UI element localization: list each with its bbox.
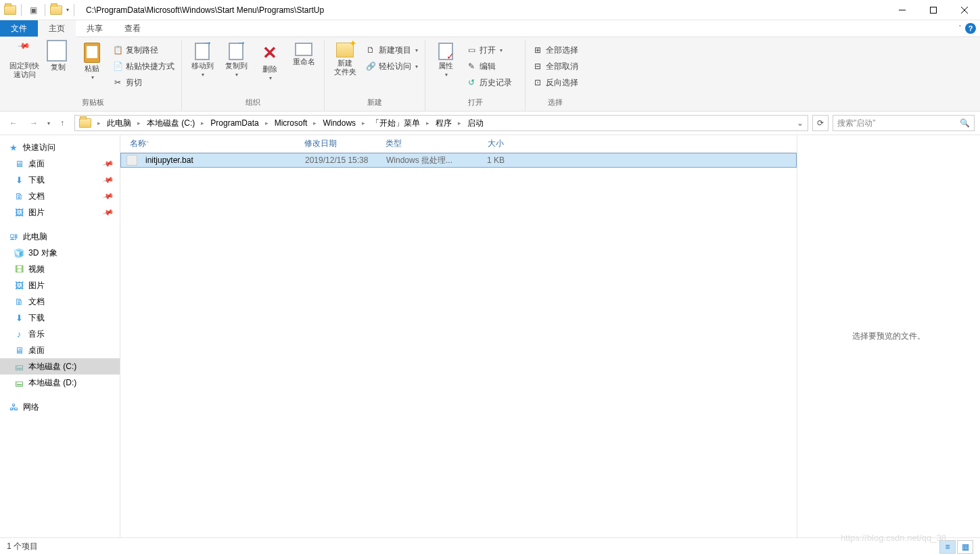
search-input[interactable]: 搜索"启动" 🔍 <box>833 115 975 131</box>
crumb-drive-c[interactable]: 本地磁盘 (C:) <box>144 116 197 130</box>
address-dropdown-icon[interactable]: ⌄ <box>797 118 803 128</box>
group-label-clipboard: 剪贴板 <box>82 95 104 111</box>
new-folder-icon <box>336 43 354 57</box>
help-icon[interactable]: ? <box>965 23 976 34</box>
tab-file[interactable]: 文件 <box>0 20 38 37</box>
sidebar-thispc[interactable]: 🖳此电脑 <box>0 228 120 245</box>
preview-text: 选择要预览的文件。 <box>852 331 925 342</box>
sidebar-downloads[interactable]: ⬇下载📌 <box>0 172 120 188</box>
nav-history-dropdown[interactable]: ▾ <box>47 120 50 126</box>
move-to-button[interactable]: 移动到▾ <box>186 40 218 78</box>
qat-open-folder-icon[interactable] <box>50 5 62 15</box>
sidebar-desktop[interactable]: 🖥桌面📌 <box>0 155 120 172</box>
nav-up-button[interactable]: ↑ <box>54 115 70 131</box>
status-text: 1 个项目 <box>7 541 38 552</box>
document-icon: 🗎 <box>14 191 24 201</box>
address-bar[interactable]: ▸ 此电脑▸ 本地磁盘 (C:)▸ ProgramData▸ Microsoft… <box>74 115 808 131</box>
bat-file-icon <box>126 155 137 166</box>
new-folder-button[interactable]: 新建 文件夹 <box>329 40 361 76</box>
properties-icon <box>438 43 453 60</box>
sidebar-downloads2[interactable]: ⬇下载 <box>0 310 120 326</box>
sidebar-3d[interactable]: 🧊3D 对象 <box>0 245 120 261</box>
icons-view-button[interactable]: ▦ <box>957 540 973 554</box>
nav-back-button[interactable]: ← <box>5 115 22 131</box>
desktop-icon: 🖥 <box>14 345 24 356</box>
chevron-right-icon[interactable]: ▸ <box>95 120 103 126</box>
music-icon: ♪ <box>14 329 24 339</box>
sidebar-network[interactable]: 🖧网络 <box>0 399 120 415</box>
download-icon: ⬇ <box>14 312 24 323</box>
preview-pane: 选择要预览的文件。 <box>797 135 980 537</box>
crumb-thispc[interactable]: 此电脑 <box>104 116 134 130</box>
sidebar-documents[interactable]: 🗎文档📌 <box>0 188 120 204</box>
invert-selection-icon: ⊡ <box>532 77 543 88</box>
ribbon-group-select: ⊞全部选择 ⊟全部取消 ⊡反向选择 选择 <box>526 40 585 111</box>
tab-share[interactable]: 共享 <box>76 20 114 37</box>
paste-shortcut-button[interactable]: 📄粘贴快捷方式 <box>110 59 177 74</box>
history-icon: ↺ <box>466 77 477 88</box>
group-label-organize: 组织 <box>246 95 260 111</box>
crumb-microsoft[interactable]: Microsoft <box>272 116 310 130</box>
crumb-programdata[interactable]: ProgramData <box>208 116 261 130</box>
crumb-startmenu[interactable]: 「开始」菜单 <box>369 116 423 130</box>
tab-home[interactable]: 主页 <box>38 20 76 37</box>
history-button[interactable]: ↺历史记录 <box>463 75 521 90</box>
copy-button[interactable]: 复制 <box>42 40 74 72</box>
crumb-windows[interactable]: Windows <box>320 116 358 130</box>
select-none-icon: ⊟ <box>532 61 543 72</box>
close-button[interactable] <box>949 0 980 20</box>
crumb-programs[interactable]: 程序 <box>433 116 454 130</box>
sidebar-pictures2[interactable]: 🖼图片 <box>0 277 120 293</box>
easy-access-button[interactable]: 🔗轻松访问▾ <box>363 59 421 74</box>
copy-path-button[interactable]: 📋复制路径 <box>110 43 177 57</box>
select-none-button[interactable]: ⊟全部取消 <box>530 59 581 74</box>
sidebar-drive-d[interactable]: 🖴本地磁盘 (D:) <box>0 375 120 391</box>
select-all-button[interactable]: ⊞全部选择 <box>530 43 581 57</box>
pin-to-quick-access-button[interactable]: 📌 固定到快 速访问 <box>8 40 41 79</box>
picture-icon: 🖼 <box>14 207 24 218</box>
nav-forward-button[interactable]: → <box>26 115 42 131</box>
rename-button[interactable]: 重命名 <box>287 40 320 66</box>
properties-button[interactable]: 属性▾ <box>429 40 462 78</box>
col-name[interactable]: 名称˄ <box>126 138 300 149</box>
drive-icon: 🖴 <box>14 361 24 372</box>
file-list: 名称˄ 修改日期 类型 大小 initjupyter.bat 2019/12/1… <box>120 135 797 537</box>
copy-to-button[interactable]: 复制到▾ <box>220 40 252 78</box>
open-button[interactable]: ▭打开▾ <box>463 43 521 57</box>
invert-selection-button[interactable]: ⊡反向选择 <box>530 75 581 90</box>
qat-dropdown-icon[interactable]: ▾ <box>66 7 69 13</box>
picture-icon: 🖼 <box>14 280 24 291</box>
sidebar-videos[interactable]: 🎞视频 <box>0 261 120 277</box>
qat-properties-icon[interactable]: ▣ <box>26 3 40 17</box>
crumb-startup[interactable]: 启动 <box>465 116 486 130</box>
pin-icon: 📌 <box>102 206 115 218</box>
sidebar-music[interactable]: ♪音乐 <box>0 326 120 342</box>
sidebar-desktop2[interactable]: 🖥桌面 <box>0 342 120 358</box>
sidebar-documents2[interactable]: 🗎文档 <box>0 293 120 310</box>
collapse-ribbon-icon[interactable]: ˆ <box>959 25 961 32</box>
details-view-button[interactable]: ≡ <box>939 540 956 554</box>
ribbon-group-open: 属性▾ ▭打开▾ ✎编辑 ↺历史记录 打开 <box>425 40 526 111</box>
sidebar-pictures[interactable]: 🖼图片📌 <box>0 204 120 220</box>
sidebar-quick-access[interactable]: ★快速访问 <box>0 139 120 155</box>
cut-button[interactable]: ✂剪切 <box>110 75 177 90</box>
pin-icon: 📌 <box>102 190 115 202</box>
maximize-button[interactable] <box>918 0 949 20</box>
cut-icon: ✂ <box>112 77 123 88</box>
nav-row: ← → ▾ ↑ ▸ 此电脑▸ 本地磁盘 (C:)▸ ProgramData▸ M… <box>0 112 980 135</box>
edit-button[interactable]: ✎编辑 <box>463 59 521 74</box>
tab-view[interactable]: 查看 <box>114 20 151 37</box>
col-type[interactable]: 类型 <box>381 138 463 149</box>
file-row[interactable]: initjupyter.bat 2019/12/15 15:38 Windows… <box>120 153 797 168</box>
paste-button[interactable]: 粘贴 ▾ <box>76 40 108 80</box>
delete-button[interactable]: ✕删除▾ <box>254 40 286 81</box>
col-size[interactable]: 大小 <box>463 138 508 149</box>
open-icon: ▭ <box>466 45 477 55</box>
column-headers: 名称˄ 修改日期 类型 大小 <box>120 135 797 153</box>
ribbon-group-clipboard: 📌 固定到快 速访问 复制 粘贴 ▾ 📋复制路径 📄粘贴快捷方式 ✂剪切 剪贴板 <box>4 40 182 111</box>
sidebar-drive-c[interactable]: 🖴本地磁盘 (C:) <box>0 358 120 375</box>
minimize-button[interactable] <box>887 0 918 20</box>
col-date[interactable]: 修改日期 <box>300 138 381 149</box>
refresh-button[interactable]: ⟳ <box>812 115 829 131</box>
new-item-button[interactable]: 🗋新建项目▾ <box>363 43 421 57</box>
